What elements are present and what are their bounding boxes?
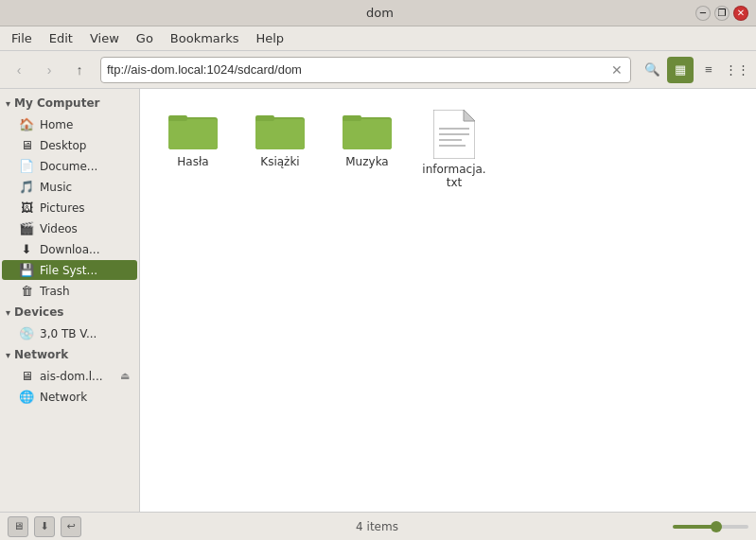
svg-rect-4 <box>255 119 305 149</box>
svg-rect-5 <box>255 115 274 121</box>
my-computer-label: My Computer <box>14 96 99 110</box>
statusbar-icon-2: ⬇ <box>40 520 48 532</box>
filesystem-icon: 💾 <box>19 263 34 277</box>
menu-help[interactable]: Help <box>248 29 291 47</box>
file-item-hasla[interactable]: Hasła <box>155 104 231 195</box>
eject-button[interactable]: ⏏ <box>118 370 132 382</box>
sidebar-item-pictures[interactable]: 🖼 Pictures <box>2 198 137 218</box>
sidebar-item-videos[interactable]: 🎬 Videos <box>2 218 137 238</box>
sidebar-label-pictures: Pictures <box>40 201 85 215</box>
search-icon: 🔍 <box>644 62 660 77</box>
downloads-icon: ⬇ <box>19 242 34 256</box>
view-list-icon: ≡ <box>705 62 712 77</box>
menu-file[interactable]: File <box>4 29 40 47</box>
devices-arrow: ▾ <box>6 307 10 318</box>
sidebar-item-filesystem[interactable]: 💾 File Syst... <box>2 260 137 280</box>
maximize-button[interactable]: ❐ <box>714 6 730 21</box>
file-name-hasla: Hasła <box>177 155 208 168</box>
sidebar-item-trash[interactable]: 🗑 Trash <box>2 281 137 301</box>
file-area: Hasła Książki Muzyka <box>140 89 756 512</box>
close-button[interactable]: ✕ <box>733 6 748 21</box>
file-item-informacja[interactable]: informacja.txt <box>416 104 492 195</box>
statusbar-btn-2[interactable]: ⬇ <box>34 516 55 537</box>
trash-icon: 🗑 <box>19 284 34 298</box>
menu-edit[interactable]: Edit <box>42 29 80 47</box>
statusbar-btn-3[interactable]: ↩ <box>61 516 81 537</box>
sidebar-item-home[interactable]: 🏠 Home <box>2 114 137 134</box>
statusbar-items-count: 4 items <box>81 520 673 533</box>
view-buttons: 🔍 ▦ ≡ ⋮⋮ <box>639 57 750 83</box>
menubar: File Edit View Go Bookmarks Help <box>0 26 756 51</box>
statusbar-icon-1: 🖥 <box>13 520 24 532</box>
sidebar-label-videos: Videos <box>40 222 78 235</box>
sidebar-label-documents: Docume... <box>40 160 97 173</box>
zoom-slider[interactable] <box>673 525 748 529</box>
menu-view[interactable]: View <box>82 29 127 47</box>
menu-go[interactable]: Go <box>129 29 161 47</box>
sidebar-item-music[interactable]: 🎵 Music <box>2 177 137 197</box>
main-area: ▾ My Computer 🏠 Home 🖥 Desktop 📄 Docume.… <box>0 89 756 512</box>
statusbar-left: 🖥 ⬇ ↩ <box>8 516 81 537</box>
forward-button[interactable]: › <box>36 57 62 83</box>
sidebar-item-downloads[interactable]: ⬇ Downloa... <box>2 239 137 259</box>
home-icon: 🏠 <box>19 117 34 131</box>
statusbar-right <box>673 525 748 529</box>
file-name-ksiazki: Książki <box>260 155 299 168</box>
address-clear-button[interactable]: ✕ <box>609 62 624 78</box>
folder-icon-hasla <box>168 110 218 151</box>
devices-label: Devices <box>14 305 63 319</box>
back-button[interactable]: ‹ <box>6 57 32 83</box>
sidebar-section-my-computer[interactable]: ▾ My Computer <box>0 93 139 113</box>
sidebar-label-network: Network <box>40 391 87 404</box>
folder-icon-ksiazki <box>255 110 305 151</box>
window-controls: − ❐ ✕ <box>695 6 748 21</box>
file-name-muzyka: Muzyka <box>345 155 388 168</box>
up-button[interactable]: ↑ <box>66 57 93 83</box>
statusbar: 🖥 ⬇ ↩ 4 items <box>0 512 756 540</box>
videos-icon: 🎬 <box>19 221 34 235</box>
network-icon: 🌐 <box>19 390 34 404</box>
sidebar-item-documents[interactable]: 📄 Docume... <box>2 156 137 176</box>
sidebar-item-desktop[interactable]: 🖥 Desktop <box>2 135 137 155</box>
file-icon-informacja <box>433 110 475 159</box>
search-button[interactable]: 🔍 <box>639 57 665 83</box>
sidebar-label-downloads: Downloa... <box>40 243 99 256</box>
window-title: dom <box>64 6 695 20</box>
file-item-ksiazki[interactable]: Książki <box>242 104 318 195</box>
sidebar-label-home: Home <box>40 118 73 131</box>
sidebar-item-network[interactable]: 🌐 Network <box>2 387 137 407</box>
desktop-icon: 🖥 <box>19 138 34 152</box>
file-name-informacja: informacja.txt <box>420 163 488 189</box>
view-compact-button[interactable]: ⋮⋮ <box>724 57 750 83</box>
view-compact-icon: ⋮⋮ <box>725 62 749 77</box>
address-bar-container: ✕ <box>100 57 631 83</box>
drive-icon: 💿 <box>19 326 34 340</box>
view-grid-button[interactable]: ▦ <box>667 57 694 83</box>
svg-rect-1 <box>168 119 218 149</box>
statusbar-btn-1[interactable]: 🖥 <box>8 516 28 537</box>
sidebar-item-ais-dom[interactable]: 🖥 ais-dom.l... ⏏ <box>2 366 137 386</box>
minimize-button[interactable]: − <box>695 6 711 21</box>
view-list-button[interactable]: ≡ <box>695 57 722 83</box>
sidebar-label-desktop: Desktop <box>40 139 87 152</box>
sidebar: ▾ My Computer 🏠 Home 🖥 Desktop 📄 Docume.… <box>0 89 140 512</box>
toolbar: ‹ › ↑ ✕ 🔍 ▦ ≡ ⋮⋮ <box>0 51 756 89</box>
sidebar-section-network[interactable]: ▾ Network <box>0 344 139 365</box>
sidebar-label-drive: 3,0 TB V... <box>40 327 97 340</box>
titlebar: dom − ❐ ✕ <box>0 0 756 26</box>
folder-icon-muzyka <box>343 110 392 151</box>
ais-dom-icon: 🖥 <box>19 369 34 383</box>
address-bar[interactable] <box>107 62 609 77</box>
svg-marker-10 <box>464 110 475 121</box>
file-item-muzyka[interactable]: Muzyka <box>329 104 405 195</box>
sidebar-label-music: Music <box>40 181 72 194</box>
my-computer-arrow: ▾ <box>6 98 10 109</box>
menu-bookmarks[interactable]: Bookmarks <box>163 29 247 47</box>
svg-rect-8 <box>343 115 361 121</box>
sidebar-label-trash: Trash <box>40 285 70 298</box>
sidebar-section-devices[interactable]: ▾ Devices <box>0 302 139 322</box>
network-section-label: Network <box>14 348 68 361</box>
zoom-knob <box>711 521 722 532</box>
sidebar-item-drive[interactable]: 💿 3,0 TB V... <box>2 323 137 343</box>
pictures-icon: 🖼 <box>19 200 34 215</box>
